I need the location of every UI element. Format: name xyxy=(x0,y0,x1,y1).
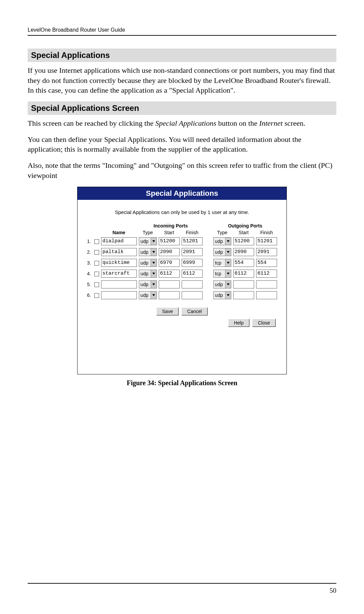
row-number: 2. xyxy=(86,247,92,257)
col-name: Name xyxy=(100,229,138,236)
incoming-start-input[interactable] xyxy=(159,270,180,278)
enable-checkbox[interactable] xyxy=(94,282,99,287)
col-finish: Finish xyxy=(255,229,278,236)
incoming-start-input[interactable] xyxy=(159,280,180,288)
col-type: Type xyxy=(212,229,232,236)
text: button on the xyxy=(216,119,259,127)
section-heading-special-applications: Special Applications xyxy=(28,49,336,62)
incoming-finish-input[interactable] xyxy=(182,280,203,288)
figure-banner: Special Applications xyxy=(78,187,286,200)
special-apps-table: Incoming Ports Outgoing Ports Name Type … xyxy=(86,222,278,301)
col-group-incoming: Incoming Ports xyxy=(138,222,204,229)
chevron-down-icon xyxy=(151,248,156,256)
page-number: 50 xyxy=(330,587,336,594)
outgoing-type-select[interactable]: udp xyxy=(213,291,231,299)
incoming-finish-input[interactable] xyxy=(182,259,203,267)
incoming-start-input[interactable] xyxy=(159,237,180,245)
outgoing-start-input[interactable] xyxy=(233,270,254,278)
figure-note: Special Applications can only be used by… xyxy=(86,209,278,215)
save-button[interactable]: Save xyxy=(156,307,179,315)
chevron-down-icon xyxy=(151,281,156,288)
incoming-finish-input[interactable] xyxy=(182,270,203,278)
table-row: 5.udpudp xyxy=(86,279,278,290)
section-heading-special-applications-screen: Special Applications Screen xyxy=(28,101,336,115)
chevron-down-icon xyxy=(151,291,156,299)
row-number: 6. xyxy=(86,290,92,301)
enable-checkbox[interactable] xyxy=(94,250,99,255)
outgoing-start-input[interactable] xyxy=(233,280,254,288)
outgoing-type-select[interactable]: udp xyxy=(213,237,231,245)
outgoing-finish-input[interactable] xyxy=(256,248,277,256)
outgoing-type-select[interactable]: tcp xyxy=(213,259,231,267)
cancel-button[interactable]: Cancel xyxy=(181,307,208,315)
outgoing-finish-input[interactable] xyxy=(256,237,277,245)
name-input[interactable] xyxy=(101,237,137,245)
enable-checkbox[interactable] xyxy=(94,293,99,298)
text: screen. xyxy=(283,119,305,127)
incoming-finish-input[interactable] xyxy=(182,237,203,245)
incoming-type-select[interactable]: udp xyxy=(139,259,157,267)
text-italic: Special Applications xyxy=(155,119,216,127)
col-finish: Finish xyxy=(181,229,204,236)
incoming-finish-input[interactable] xyxy=(182,291,203,299)
col-start: Start xyxy=(158,229,181,236)
outgoing-finish-input[interactable] xyxy=(256,270,277,278)
text-italic: Internet xyxy=(259,119,283,127)
chevron-down-icon xyxy=(225,248,231,256)
col-group-outgoing: Outgoing Ports xyxy=(212,222,278,229)
outgoing-finish-input[interactable] xyxy=(256,259,277,267)
paragraph: This screen can be reached by clicking t… xyxy=(28,118,336,128)
table-row: 4.udptcp xyxy=(86,268,278,279)
name-input[interactable] xyxy=(101,259,137,267)
table-row: 2.udpudp xyxy=(86,247,278,257)
outgoing-finish-input[interactable] xyxy=(256,280,277,288)
page: LevelOne Broadband Router User Guide Spe… xyxy=(0,0,364,614)
running-header: LevelOne Broadband Router User Guide xyxy=(28,27,336,36)
incoming-type-select[interactable]: udp xyxy=(139,291,157,299)
enable-checkbox[interactable] xyxy=(94,239,99,244)
incoming-type-select[interactable]: udp xyxy=(139,270,157,278)
row-number: 5. xyxy=(86,279,92,290)
row-number: 1. xyxy=(86,236,92,247)
close-button[interactable]: Close xyxy=(252,319,276,327)
row-number: 4. xyxy=(86,268,92,279)
incoming-type-select[interactable]: udp xyxy=(139,280,157,288)
outgoing-start-input[interactable] xyxy=(233,237,254,245)
outgoing-type-select[interactable]: udp xyxy=(213,280,231,288)
figure-special-applications: Special Applications Special Application… xyxy=(77,187,287,374)
table-row: 3.udptcp xyxy=(86,257,278,268)
figure-body: Special Applications can only be used by… xyxy=(78,200,286,374)
help-button[interactable]: Help xyxy=(228,319,249,327)
chevron-down-icon xyxy=(225,238,231,245)
button-row-secondary: Help Close xyxy=(86,319,278,327)
incoming-type-select[interactable]: udp xyxy=(139,248,157,256)
figure-caption: Figure 34: Special Applications Screen xyxy=(28,379,336,387)
outgoing-start-input[interactable] xyxy=(233,291,254,299)
paragraph: Also, note that the terms "Incoming" and… xyxy=(28,160,336,180)
text: This screen can be reached by clicking t… xyxy=(28,119,155,127)
table-row: 6.udpudp xyxy=(86,290,278,301)
incoming-finish-input[interactable] xyxy=(182,248,203,256)
chevron-down-icon xyxy=(151,259,156,267)
paragraph: You can then define your Special Applica… xyxy=(28,134,336,154)
name-input[interactable] xyxy=(101,280,137,288)
chevron-down-icon xyxy=(225,291,231,299)
button-row-main: Save Cancel xyxy=(86,307,278,315)
row-number: 3. xyxy=(86,257,92,268)
outgoing-finish-input[interactable] xyxy=(256,291,277,299)
incoming-type-select[interactable]: udp xyxy=(139,237,157,245)
outgoing-type-select[interactable]: tcp xyxy=(213,270,231,278)
enable-checkbox[interactable] xyxy=(94,261,99,266)
name-input[interactable] xyxy=(101,248,137,256)
incoming-start-input[interactable] xyxy=(159,248,180,256)
name-input[interactable] xyxy=(101,270,137,278)
outgoing-start-input[interactable] xyxy=(233,259,254,267)
chevron-down-icon xyxy=(225,270,231,277)
name-input[interactable] xyxy=(101,291,137,299)
outgoing-start-input[interactable] xyxy=(233,248,254,256)
outgoing-type-select[interactable]: udp xyxy=(213,248,231,256)
paragraph: If you use Internet applications which u… xyxy=(28,65,336,95)
enable-checkbox[interactable] xyxy=(94,272,99,276)
incoming-start-input[interactable] xyxy=(159,259,180,267)
incoming-start-input[interactable] xyxy=(159,291,180,299)
